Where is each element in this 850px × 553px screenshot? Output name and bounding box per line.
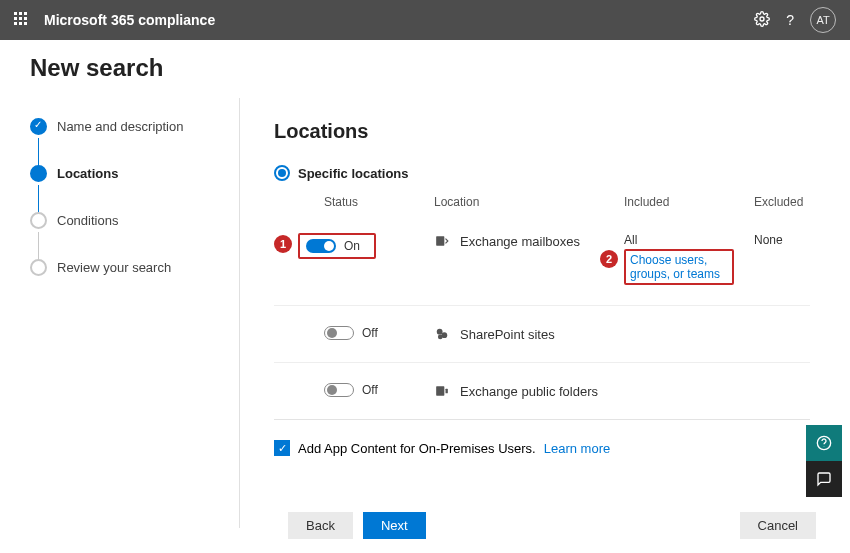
status-cell: Off — [324, 326, 434, 340]
exchange-icon — [434, 233, 450, 249]
status-text: Off — [362, 326, 378, 340]
included-cell: All 2 Choose users, groups, or teams — [624, 233, 754, 285]
app-title: Microsoft 365 compliance — [44, 12, 215, 28]
page-title: New search — [0, 40, 850, 98]
svg-point-0 — [760, 17, 764, 21]
table-row: 1 On Exchange mailboxes All 2 Choose use… — [274, 213, 810, 306]
status-toggle[interactable] — [306, 239, 336, 253]
step-label: Name and description — [57, 119, 183, 134]
location-name: SharePoint sites — [460, 327, 555, 342]
included-value: All — [624, 233, 754, 247]
help-icon[interactable]: ? — [786, 12, 794, 28]
table-row: Off Exchange public folders — [274, 363, 810, 420]
content: Name and description Locations Condition… — [0, 98, 850, 528]
location-cell: Exchange mailboxes — [434, 233, 624, 249]
callout-badge-2: 2 — [600, 250, 618, 268]
step-dot-active-icon — [30, 165, 47, 182]
step-locations[interactable]: Locations — [30, 165, 225, 212]
status-toggle[interactable] — [324, 383, 354, 397]
public-folder-icon — [434, 383, 450, 399]
svg-rect-1 — [436, 236, 444, 245]
svg-rect-6 — [446, 389, 448, 394]
location-name: Exchange public folders — [460, 384, 598, 399]
step-review[interactable]: Review your search — [30, 259, 225, 306]
table-header: Status Location Included Excluded — [274, 191, 810, 213]
back-button[interactable]: Back — [288, 512, 353, 539]
svg-point-2 — [437, 329, 443, 335]
specific-locations-radio[interactable]: Specific locations — [274, 165, 810, 181]
location-name: Exchange mailboxes — [460, 234, 580, 249]
contextual-help-button[interactable] — [806, 425, 842, 461]
status-text: On — [344, 239, 360, 253]
footer-left: Back Next — [288, 512, 426, 539]
step-dot-icon — [30, 212, 47, 229]
step-dot-done-icon — [30, 118, 47, 135]
cancel-button[interactable]: Cancel — [740, 512, 816, 539]
avatar[interactable]: AT — [810, 7, 836, 33]
next-button[interactable]: Next — [363, 512, 426, 539]
locations-table: Status Location Included Excluded 1 On E… — [274, 191, 810, 420]
step-label: Conditions — [57, 213, 118, 228]
feedback-button[interactable] — [806, 461, 842, 497]
svg-rect-5 — [436, 386, 444, 395]
on-premises-checkbox[interactable]: ✓ — [274, 440, 290, 456]
table-row: Off SharePoint sites — [274, 306, 810, 363]
location-cell: Exchange public folders — [434, 383, 624, 399]
step-name-description[interactable]: Name and description — [30, 118, 225, 165]
step-conditions[interactable]: Conditions — [30, 212, 225, 259]
location-cell: SharePoint sites — [434, 326, 624, 342]
col-status: Status — [324, 195, 434, 209]
choose-users-link[interactable]: Choose users, groups, or teams — [630, 253, 728, 281]
app-header: Microsoft 365 compliance ? AT — [0, 0, 850, 40]
status-cell: Off — [324, 383, 434, 397]
learn-more-link[interactable]: Learn more — [544, 441, 610, 456]
callout-badge-1: 1 — [274, 235, 292, 253]
radio-selected-icon — [274, 165, 290, 181]
svg-point-4 — [438, 335, 443, 340]
wizard-footer: Back Next Cancel — [0, 512, 850, 539]
header-left: Microsoft 365 compliance — [14, 12, 215, 28]
side-buttons — [806, 425, 842, 497]
status-toggle[interactable] — [324, 326, 354, 340]
main-panel: Locations Specific locations Status Loca… — [240, 98, 850, 528]
col-location: Location — [434, 195, 624, 209]
section-heading: Locations — [274, 120, 810, 143]
col-excluded: Excluded — [754, 195, 850, 209]
gear-icon[interactable] — [754, 11, 770, 30]
status-text: Off — [362, 383, 378, 397]
wizard-sidebar: Name and description Locations Condition… — [0, 98, 240, 528]
status-cell: On — [298, 233, 376, 259]
checkbox-label: Add App Content for On-Premises Users. — [298, 441, 536, 456]
excluded-value: None — [754, 233, 850, 247]
radio-label: Specific locations — [298, 166, 409, 181]
step-label: Locations — [57, 166, 118, 181]
step-dot-icon — [30, 259, 47, 276]
col-included: Included — [624, 195, 754, 209]
on-premises-checkbox-row: ✓ Add App Content for On-Premises Users.… — [274, 440, 810, 456]
step-label: Review your search — [57, 260, 171, 275]
app-launcher-icon[interactable] — [14, 12, 30, 28]
header-right: ? AT — [754, 7, 836, 33]
sharepoint-icon — [434, 326, 450, 342]
